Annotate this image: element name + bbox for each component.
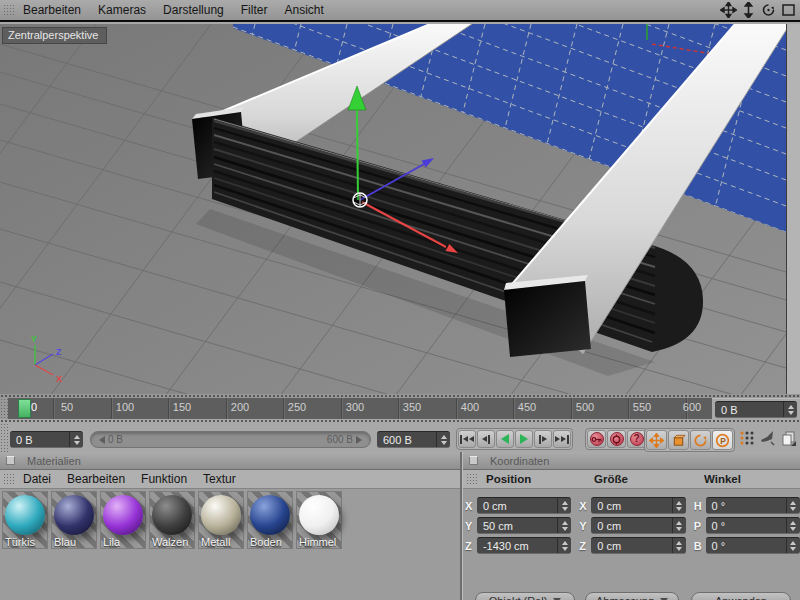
timeline-ruler[interactable]: 0 50 100 150 200 250 300 350 400 450 500… [0, 398, 800, 419]
scale-lock-button[interactable] [668, 430, 689, 450]
material-name: Himmel [299, 536, 336, 548]
previous-frame-button[interactable] [477, 430, 495, 448]
materials-menu-datei[interactable]: Datei [23, 472, 51, 486]
panel-grip-icon[interactable] [3, 4, 14, 16]
angle-p-field[interactable]: 0 ° [706, 517, 800, 534]
materials-title: Materialien [27, 455, 81, 467]
material-sphere [5, 495, 45, 535]
position-z-stepper[interactable] [557, 538, 571, 553]
snap-grid-icon [739, 430, 755, 446]
angle-p-stepper[interactable] [786, 518, 800, 533]
menu-kameras[interactable]: Kameras [98, 3, 146, 17]
size-x-field[interactable]: 0 cm [591, 497, 685, 514]
material-tile-himmel[interactable]: Himmel [296, 491, 342, 549]
gizmo-y-axis[interactable] [357, 108, 358, 200]
current-frame-field[interactable]: 0 B [10, 431, 83, 448]
play-forward-button[interactable] [515, 430, 533, 448]
3d-viewport[interactable]: Y Z X Zentralperspektive [0, 20, 800, 394]
range-end-handle[interactable]: 600 B [327, 434, 362, 445]
size-x-stepper[interactable] [672, 498, 686, 513]
render-settings-button[interactable] [778, 428, 799, 448]
play-backward-button[interactable] [496, 430, 514, 448]
material-sphere [201, 495, 241, 535]
material-tile-lila[interactable]: Lila [100, 491, 146, 549]
position-y-value: 50 cm [477, 520, 557, 532]
size-z-stepper[interactable] [672, 538, 686, 553]
pos-y-label: Y [465, 520, 477, 532]
material-tile-blau[interactable]: Blau [51, 491, 97, 549]
autokey-button[interactable] [607, 430, 626, 448]
position-y-field[interactable]: 50 cm [477, 517, 571, 534]
move-lock-button[interactable] [646, 430, 667, 450]
angle-b-label: B [694, 540, 706, 552]
size-z-field[interactable]: 0 cm [591, 537, 685, 554]
next-frame-button[interactable] [534, 430, 552, 448]
ruler-label-200: 200 [215, 401, 265, 413]
material-tile-boden[interactable]: Boden [247, 491, 293, 549]
column-winkel: Winkel [704, 473, 741, 485]
menu-darstellung[interactable]: Darstellung [163, 3, 224, 17]
material-name: Lila [103, 536, 120, 548]
ruler-label-50: 50 [42, 401, 92, 413]
material-tile-walzen[interactable]: Walzen [149, 491, 195, 549]
materials-menu-bearbeiten[interactable]: Bearbeiten [67, 472, 125, 486]
material-tile-metall[interactable]: Metall [198, 491, 244, 549]
current-frame-value: 0 B [10, 434, 69, 446]
position-x-field[interactable]: 0 cm [477, 497, 571, 514]
panel-window-icon[interactable] [6, 456, 15, 465]
rotate-lock-button[interactable] [690, 430, 711, 450]
frame-dropdown[interactable]: 0 B [715, 401, 797, 418]
materials-menu-funktion[interactable]: Funktion [141, 472, 187, 486]
position-y-stepper[interactable] [557, 518, 571, 533]
snap-settings-button[interactable] [736, 428, 757, 448]
coordinates-grip-icon[interactable] [466, 473, 477, 485]
end-frame-stepper[interactable] [436, 432, 450, 447]
object-mode-dropdown[interactable]: Objekt (Rel) [475, 592, 575, 600]
ruler-grip-icon[interactable] [0, 398, 8, 419]
position-x-stepper[interactable] [557, 498, 571, 513]
transport-grip-icon[interactable] [0, 423, 8, 452]
angle-b-field[interactable]: 0 ° [706, 537, 800, 554]
timeline-track[interactable]: 0 50 100 150 200 250 300 350 400 450 500… [8, 398, 712, 419]
move-icon [649, 433, 664, 448]
record-keyframe-button[interactable] [587, 430, 606, 448]
size-y-stepper[interactable] [672, 518, 686, 533]
coordinates-title-bar[interactable]: Koordinaten [463, 452, 800, 470]
goto-end-button[interactable] [553, 430, 571, 448]
angle-h-field[interactable]: 0 ° [706, 497, 800, 514]
size-x-label: X [579, 500, 591, 512]
size-y-field[interactable]: 0 cm [591, 517, 685, 534]
size-y-value: 0 cm [591, 520, 671, 532]
preview-range-slider[interactable]: 0 B 600 B [90, 431, 371, 448]
panel-window-icon[interactable] [469, 456, 478, 465]
viewport-right-strip [786, 24, 800, 396]
input-device-button[interactable] [757, 428, 778, 448]
angle-b-stepper[interactable] [786, 538, 800, 553]
position-z-field[interactable]: -1430 cm [477, 537, 571, 554]
separator-dots [0, 419, 800, 423]
menu-bearbeiten[interactable]: Bearbeiten [23, 3, 81, 17]
apply-label: Anwenden [715, 595, 767, 600]
materials-title-bar[interactable]: Materialien [0, 452, 460, 470]
toggle-view-icon[interactable] [780, 2, 797, 18]
rotate-view-icon[interactable] [760, 2, 777, 18]
menu-filter[interactable]: Filter [241, 3, 268, 17]
material-tile-tuerkis[interactable]: Türkis [2, 491, 48, 549]
frame-dropdown-stepper[interactable] [783, 402, 797, 417]
pan-icon[interactable] [720, 2, 737, 18]
dimension-dropdown[interactable]: Abmessung [585, 592, 679, 600]
apply-button[interactable]: Anwenden [691, 592, 791, 600]
range-start-handle[interactable]: 0 B [99, 434, 123, 445]
object-mode-label: Objekt (Rel) [489, 595, 548, 600]
end-frame-field[interactable]: 600 B [377, 431, 450, 448]
menu-ansicht[interactable]: Ansicht [284, 3, 323, 17]
pos-x-label: X [465, 500, 477, 512]
dolly-icon[interactable] [740, 2, 757, 18]
current-frame-stepper[interactable] [69, 432, 83, 447]
angle-h-stepper[interactable] [786, 498, 800, 513]
goto-start-button[interactable] [458, 430, 476, 448]
coordinate-system-button[interactable]: P [712, 430, 733, 450]
range-start-value: 0 B [108, 434, 123, 445]
materials-menu-textur[interactable]: Textur [203, 472, 236, 486]
materials-grip-icon[interactable] [3, 473, 14, 485]
